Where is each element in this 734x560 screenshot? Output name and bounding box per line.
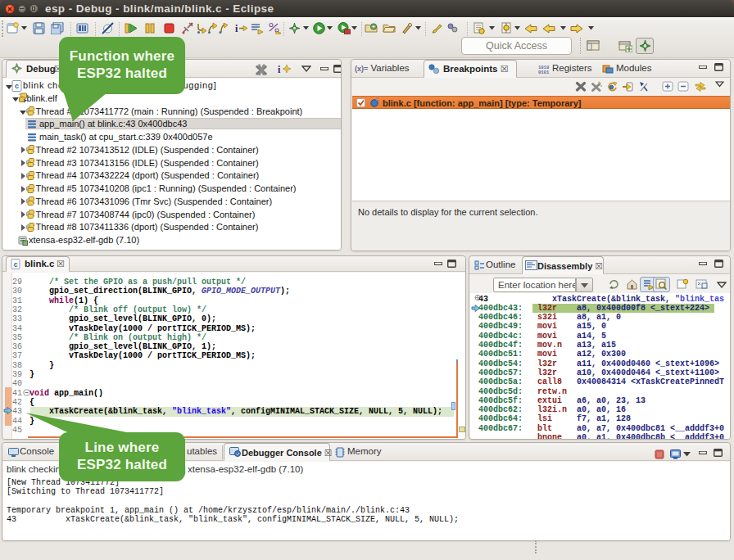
svg-text:i: i: [278, 64, 281, 75]
svg-text:0101: 0101: [538, 70, 550, 74]
svg-text:i: i: [235, 23, 238, 34]
svg-text:c: c: [15, 82, 19, 90]
svg-text:c: c: [14, 260, 18, 269]
